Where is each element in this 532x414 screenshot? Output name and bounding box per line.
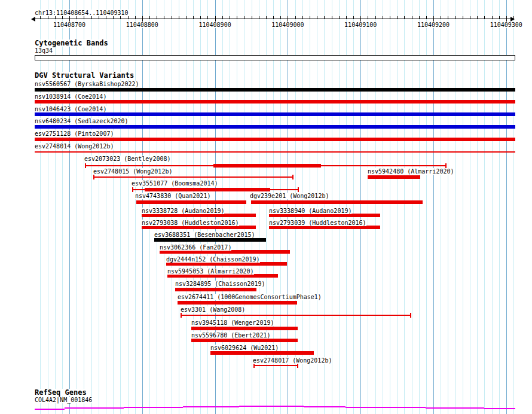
variant-label[interactable]: nsv5942480 (Almarri2020) [368,168,454,175]
variant-line[interactable] [94,176,293,178]
ruler-minor-tick [120,16,121,19]
variant-line[interactable] [181,315,411,316]
variant-bar[interactable] [368,175,420,179]
ruler-minor-tick [40,16,41,19]
gridline-minor [157,0,157,414]
variant-label[interactable]: nsv1038914 (Coe2014) [35,93,106,100]
variant-endcap [445,163,447,168]
gridline-minor [317,0,317,414]
variant-label[interactable]: nsv3338728 (Audano2019) [142,208,224,214]
ruler-minor-tick [513,16,514,19]
gridline-minor [128,0,129,414]
variant-bar[interactable] [35,100,515,104]
gridline-major [433,0,434,414]
variant-bar[interactable] [136,200,246,204]
gridline-minor [91,0,92,414]
gridline-minor [48,0,48,414]
variant-label[interactable]: nsv6480234 (Sedlazeck2020) [35,118,129,124]
gridline-minor [492,0,493,414]
gridline-minor [113,0,114,414]
variant-label[interactable]: nsv3338940 (Audano2019) [269,208,351,214]
gridline-major [69,0,70,414]
ruler-minor-tick [448,16,448,19]
variant-label[interactable]: esv2674411 (1000GenomesConsortiumPhase1) [178,294,322,300]
variant-bar[interactable] [251,200,423,204]
cytoband-label: 13q34 [35,47,53,54]
ruler-left-arrow-icon [31,17,35,22]
ruler-tick-label: 110408900 [199,22,231,28]
ruler-minor-tick [200,16,201,19]
ruler-minor-tick [280,16,281,19]
variant-bar[interactable] [35,138,515,141]
variant-bar[interactable] [35,88,515,92]
variant-bar[interactable] [154,238,266,242]
ruler-minor-tick [106,16,106,19]
variant-label[interactable]: nsv3945118 (Wenger2019) [191,319,274,326]
ruler-tick-label: 110408800 [126,22,158,28]
gridline-minor [84,0,84,414]
variant-label[interactable]: nsv5596780 (Ebert2021) [191,332,270,339]
ruler-minor-tick [463,16,463,19]
variant-line[interactable] [270,189,298,190]
cytoband-box[interactable] [35,55,515,60]
variant-bar[interactable] [35,125,515,129]
variant-label[interactable]: nsv2793039 (Huddleston2016) [269,220,366,226]
variant-label[interactable]: esv2748014 (Wong2012b) [35,143,114,150]
gene-line-segment [124,407,183,408]
variant-label[interactable]: esv2748017 (Wong2012b) [253,357,332,364]
variant-bar[interactable] [145,188,270,191]
variant-label[interactable]: nsv5560567 (ByrskaBishop2022) [35,81,139,87]
variant-line[interactable] [85,165,213,166]
variant-line[interactable] [35,151,515,153]
ruler-minor-tick [499,16,500,19]
variant-label[interactable]: nsv6029624 (Wu2021) [210,345,279,351]
variant-label[interactable]: nsv1046423 (Coe2014) [35,106,106,112]
variant-endcap [410,313,411,318]
variant-label[interactable]: esv2748015 (Wong2012b) [93,168,172,175]
variant-label[interactable]: esv3301 (Wang2008) [181,306,245,313]
gene-label[interactable]: COL4A2|NM_001846 [35,397,92,403]
variant-label[interactable]: esv2751128 (Pinto2007) [35,130,114,137]
variant-label[interactable]: nsv2793038 (Huddleston2016) [142,220,239,226]
variant-label[interactable]: nsv5945053 (Almarri2020) [167,268,254,275]
variant-label[interactable]: dgv2444n152 (Chaisson2019) [166,256,260,263]
variant-line[interactable] [254,365,298,366]
variant-line[interactable] [133,189,145,190]
ruler-minor-tick [55,16,56,19]
variant-bar[interactable] [210,351,314,355]
gridline-minor [106,0,106,414]
gridline-minor [419,0,420,414]
gridline-minor [383,0,383,414]
variant-bar[interactable] [35,112,515,116]
gridline-minor [40,0,41,414]
ruler-minor-tick [222,16,223,19]
gridline-minor [332,0,332,414]
variant-bar[interactable] [213,164,321,168]
ruler-minor-tick [99,16,99,19]
ruler-minor-tick [244,16,244,19]
ruler-minor-tick [62,16,63,19]
ruler-minor-tick [397,16,398,19]
variant-bar[interactable] [191,327,298,330]
variant-bar[interactable] [178,301,297,305]
genome-browser-view: chr13:110408654..110409310 1104087001104… [0,0,532,414]
variant-label[interactable]: esv3551077 (Boomsma2014) [132,180,218,187]
variant-label[interactable]: nsv3062366 (Fan2017) [160,244,231,251]
variant-label[interactable]: esv2073023 (Bentley2008) [84,156,171,162]
gridline-minor [207,0,208,414]
variant-label[interactable]: esv3688351 (Besenbacher2015) [154,232,255,238]
variant-bar[interactable] [191,339,298,342]
variant-label[interactable]: nsv3284895 (Chaisson2019) [175,281,265,287]
variant-line[interactable] [321,165,446,166]
variant-endcap [297,363,298,368]
ruler-minor-tick [470,16,470,19]
variant-label[interactable]: dgv239e201 (Wong2012b) [250,193,329,199]
gridline-minor [375,0,376,414]
gridline-minor [455,0,456,414]
variant-bar[interactable] [175,288,256,291]
variant-label[interactable]: nsv4743830 (Quan2021) [135,193,210,199]
ruler-minor-tick [484,16,485,19]
ruler-minor-tick [259,16,259,19]
gridline-minor [120,0,121,414]
ruler-minor-tick [455,16,456,19]
